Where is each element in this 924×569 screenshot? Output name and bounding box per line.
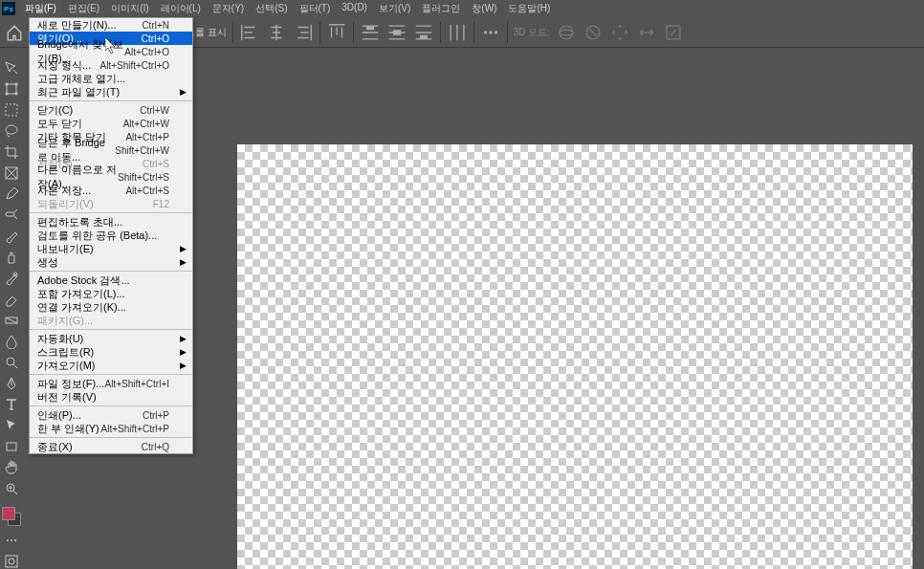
dodge-tool[interactable] bbox=[1, 352, 22, 373]
file-menu-item[interactable]: 스크립트(R)▶ bbox=[30, 345, 192, 359]
distribute-bottom-icon[interactable] bbox=[413, 22, 434, 43]
menu-separator bbox=[30, 437, 192, 438]
menubar-item[interactable]: 파일(F) bbox=[19, 0, 62, 17]
frame-tool[interactable] bbox=[1, 163, 22, 184]
brush-tool[interactable] bbox=[1, 226, 22, 247]
toolbox bbox=[0, 48, 23, 569]
menu-item-shortcut: Ctrl+W bbox=[140, 105, 169, 116]
svg-rect-22 bbox=[7, 443, 16, 450]
eyedropper-tool[interactable] bbox=[1, 184, 22, 205]
menubar-item[interactable]: 선택(S) bbox=[250, 0, 293, 17]
file-menu-item[interactable]: 한 부 인쇄(Y)Alt+Shift+Ctrl+P bbox=[30, 422, 192, 435]
foreground-color[interactable] bbox=[2, 507, 15, 520]
menu-item-label: 새로 만들기(N)... bbox=[37, 18, 117, 33]
edit-toolbar-icon[interactable] bbox=[1, 530, 22, 551]
more-options-icon[interactable] bbox=[480, 22, 501, 43]
menu-item-shortcut: Alt+Shift+Ctrl+O bbox=[99, 60, 169, 71]
spot-heal-tool[interactable] bbox=[1, 205, 22, 226]
menu-item-label: 모두 닫기 bbox=[37, 117, 82, 131]
file-menu-item[interactable]: 연결 가져오기(K)... bbox=[30, 300, 192, 314]
marquee-tool[interactable] bbox=[1, 99, 22, 120]
chevron-right-icon: ▶ bbox=[180, 334, 187, 343]
file-menu-item[interactable]: Bridge에서 찾아보기(B)...Alt+Ctrl+O bbox=[30, 45, 192, 58]
align-top-icon[interactable] bbox=[326, 22, 347, 43]
distribute-top-icon[interactable] bbox=[360, 22, 381, 43]
menubar-item[interactable]: 이미지(I) bbox=[105, 0, 154, 17]
type-tool[interactable] bbox=[1, 394, 22, 415]
menubar-item[interactable]: 플러그인 bbox=[416, 0, 466, 17]
rectangle-tool[interactable] bbox=[1, 436, 22, 457]
menu-item-label: 가져오기(M) bbox=[37, 359, 96, 373]
zoom-tool[interactable] bbox=[1, 478, 22, 499]
file-menu-item[interactable]: 생성▶ bbox=[30, 255, 192, 269]
path-select-tool[interactable] bbox=[1, 415, 22, 436]
3d-pan-icon bbox=[609, 22, 630, 43]
lasso-tool[interactable] bbox=[1, 120, 22, 142]
file-menu-item[interactable]: 인쇄(P)...Ctrl+P bbox=[30, 408, 192, 422]
menubar-item[interactable]: 도움말(H) bbox=[502, 0, 556, 17]
menu-item-shortcut: Alt+Ctrl+P bbox=[125, 132, 169, 142]
3d-orbit-icon bbox=[556, 22, 577, 43]
menubar-item[interactable]: 보기(V) bbox=[373, 0, 416, 17]
distribute-center-icon[interactable] bbox=[386, 22, 407, 43]
menu-separator bbox=[30, 405, 192, 406]
file-menu-item[interactable]: 가져오기(M)▶ bbox=[30, 359, 192, 372]
menu-separator bbox=[30, 100, 192, 101]
chevron-right-icon: ▶ bbox=[180, 257, 187, 267]
file-menu-item[interactable]: 새로 만들기(N)...Ctrl+N bbox=[30, 18, 192, 32]
file-menu-item[interactable]: 사본 저장...Alt+Ctrl+S bbox=[30, 184, 192, 197]
hand-tool[interactable] bbox=[1, 457, 22, 478]
color-swatch[interactable] bbox=[2, 507, 21, 526]
svg-point-9 bbox=[489, 31, 492, 33]
file-menu-item[interactable]: 최근 파일 열기(T)▶ bbox=[30, 85, 192, 98]
file-menu-item[interactable]: 다른 이름으로 저장(A)...Shift+Ctrl+S bbox=[30, 170, 192, 184]
menubar-item[interactable]: 문자(Y) bbox=[207, 0, 250, 17]
file-menu-item[interactable]: 지정 형식...Alt+Shift+Ctrl+O bbox=[30, 58, 192, 72]
divider bbox=[353, 22, 354, 43]
distribute-h-icon[interactable] bbox=[447, 22, 468, 43]
file-menu-dropdown: 새로 만들기(N)...Ctrl+N열기(O)...Ctrl+OBridge에서… bbox=[29, 17, 193, 454]
menu-item-label: 내보내기(E) bbox=[37, 242, 94, 256]
svg-rect-7 bbox=[419, 34, 427, 38]
menubar-item[interactable]: 편집(E) bbox=[62, 0, 105, 17]
move-tool[interactable] bbox=[1, 57, 22, 78]
chevron-right-icon: ▶ bbox=[180, 87, 187, 97]
file-menu-item[interactable]: Adobe Stock 검색... bbox=[30, 274, 192, 287]
file-menu-item[interactable]: 포함 가져오기(L)... bbox=[30, 287, 192, 300]
menubar-item[interactable]: 필터(T) bbox=[294, 0, 337, 17]
crop-tool[interactable] bbox=[1, 142, 22, 163]
home-icon[interactable] bbox=[6, 24, 23, 41]
align-right-icon[interactable] bbox=[293, 22, 314, 43]
svg-point-12 bbox=[560, 30, 573, 35]
menu-separator bbox=[30, 329, 192, 330]
file-menu-item[interactable]: 내보내기(E)▶ bbox=[30, 242, 192, 255]
menu-item-shortcut: Alt+Shift+Ctrl+P bbox=[101, 424, 169, 434]
clone-tool[interactable] bbox=[1, 247, 22, 268]
eraser-tool[interactable] bbox=[1, 289, 22, 310]
file-menu-item[interactable]: 닫기(C)Ctrl+W bbox=[30, 103, 192, 117]
file-menu-item[interactable]: 종료(X)Ctrl+Q bbox=[30, 440, 192, 453]
menu-item-shortcut: Ctrl+N bbox=[142, 20, 169, 31]
align-left-icon[interactable] bbox=[239, 22, 260, 43]
menu-item-shortcut: Alt+Ctrl+S bbox=[125, 186, 169, 196]
divider bbox=[319, 22, 320, 43]
canvas[interactable] bbox=[237, 144, 913, 569]
quick-mask-icon[interactable] bbox=[1, 551, 22, 569]
file-menu-item[interactable]: 편집하도록 초대... bbox=[30, 215, 192, 229]
file-menu-item[interactable]: 모두 닫기Alt+Ctrl+W bbox=[30, 117, 192, 130]
file-menu-item[interactable]: 버전 기록(V) bbox=[30, 390, 192, 404]
file-menu-item[interactable]: 검토를 위한 공유 (Beta)... bbox=[30, 229, 192, 242]
artboard-tool[interactable] bbox=[1, 78, 22, 99]
gradient-tool[interactable] bbox=[1, 310, 22, 331]
blur-tool[interactable] bbox=[1, 331, 22, 352]
pen-tool[interactable] bbox=[1, 373, 22, 394]
file-menu-item[interactable]: 파일 정보(F)...Alt+Shift+Ctrl+I bbox=[30, 377, 192, 390]
align-center-h-icon[interactable] bbox=[266, 22, 287, 43]
file-menu-item[interactable]: 닫은 후 Bridge로 이동...Shift+Ctrl+W bbox=[30, 143, 192, 157]
file-menu-item[interactable]: 고급 개체로 열기... bbox=[30, 72, 192, 85]
menubar-item[interactable]: 3D(D) bbox=[336, 0, 373, 17]
file-menu-item[interactable]: 자동화(U)▶ bbox=[30, 332, 192, 345]
history-brush-tool[interactable] bbox=[1, 268, 22, 289]
menubar-item[interactable]: 창(W) bbox=[466, 0, 502, 17]
menubar-item[interactable]: 레이어(L) bbox=[155, 0, 207, 17]
